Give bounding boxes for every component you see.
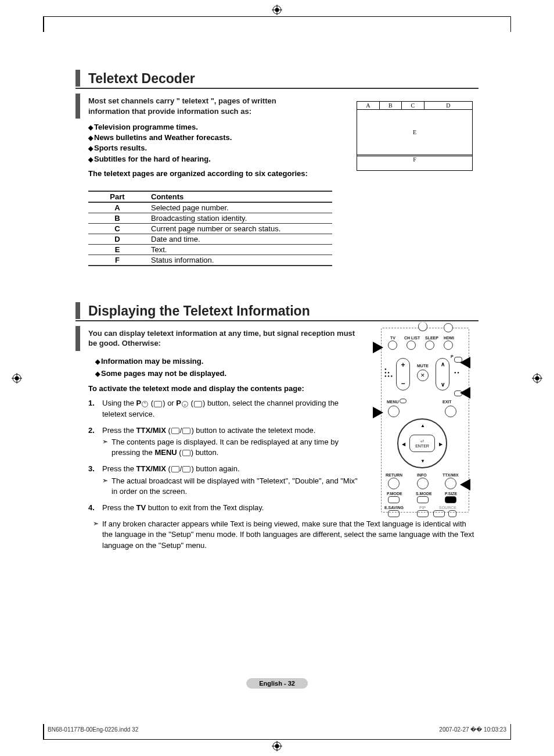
indicator-arrow-icon <box>460 357 470 368</box>
section-intro: Most set channels carry " teletext ", pa… <box>88 94 309 119</box>
remote-label-info: INFO <box>417 473 427 477</box>
registration-mark-icon <box>272 741 282 751</box>
table-row: DDate and time. <box>88 234 332 244</box>
remote-label-tv: TV <box>390 336 395 340</box>
mix-icon <box>182 466 190 472</box>
remote-button <box>448 510 456 517</box>
remote-icon <box>400 399 406 403</box>
svg-point-11 <box>535 377 539 381</box>
mix-icon <box>182 428 190 434</box>
remote-tv-button <box>388 341 397 350</box>
table-row: BBroadcasting station identity. <box>88 213 332 223</box>
remote-dpad: ▲ ▼ ◀ ▶ ⏎ENTER <box>397 418 447 468</box>
remote-return-button <box>388 478 400 489</box>
remote-label-source: SOURCE <box>439 506 456 510</box>
diagram-region-d: D <box>425 102 473 109</box>
footer-filename: BN68-01177B-00Eng-0226.indd 32 <box>48 726 138 733</box>
section-heading-teletext-decoder: Teletext Decoder <box>75 70 479 89</box>
up-icon: ⌃ <box>142 401 148 407</box>
remote-info-button <box>417 478 429 489</box>
remote-chlist-button <box>406 341 416 350</box>
ttx-icon <box>171 428 179 434</box>
remote-label-menu: MENU <box>387 400 399 404</box>
remote-mute-button: ✕ <box>417 370 429 381</box>
indicator-arrow-icon <box>373 407 383 418</box>
remote-exit-button <box>445 406 456 417</box>
remote-channel-rocker: ∧∨ <box>436 358 449 390</box>
remote-label-pmode: P.MODE <box>387 492 402 496</box>
table-row: EText. <box>88 244 332 255</box>
language-note: If any broken character appears while Te… <box>88 519 479 551</box>
remote-volume-rocker: +− <box>396 358 410 390</box>
footer-timestamp: 2007-02-27 �� 10:03:23 <box>439 726 506 733</box>
remote-pmode-button <box>388 496 400 503</box>
diagram-region-a: A <box>357 102 380 109</box>
remote-icon <box>194 401 202 407</box>
remote-ttxmix-button <box>445 478 456 489</box>
down-icon: ⌄ <box>182 401 188 407</box>
step-1: Using the P⌃ () or P⌄ () button, select … <box>88 398 365 419</box>
section-heading-displaying-teletext: Displaying the Teletext Information <box>75 302 479 321</box>
table-header-contents: Contents <box>146 191 332 202</box>
registration-mark-icon <box>12 373 22 384</box>
diagram-region-c: C <box>402 102 425 109</box>
remote-esaving-button <box>388 510 400 517</box>
step-3: Press the TTX/MIX (/) button again. The … <box>88 464 365 497</box>
menu-icon <box>182 450 190 456</box>
indicator-arrow-icon <box>373 342 383 353</box>
ttx-icon <box>171 466 179 472</box>
remote-label-hdmi: HDMI <box>444 336 454 340</box>
remote-psize-button <box>445 496 456 503</box>
diagram-region-e: E <box>357 110 472 155</box>
steps-list: Using the P⌃ () or P⌄ () button, select … <box>88 398 365 513</box>
remote-source-button <box>433 510 445 517</box>
teletext-layout-diagram: A B C D E F <box>357 101 473 171</box>
registration-mark-icon <box>272 5 282 15</box>
table-row: FStatus information. <box>88 255 332 266</box>
diagram-region-f: F <box>357 155 472 163</box>
remote-pip-button <box>417 510 429 517</box>
remote-label-esaving: E.SAVING <box>384 506 404 510</box>
indicator-arrow-icon <box>460 479 470 490</box>
remote-label-return: RETURN <box>386 473 402 477</box>
remote-label-psize: P.SIZE <box>445 492 457 496</box>
indicator-arrow-icon <box>460 387 470 399</box>
section-title: Teletext Decoder <box>88 70 195 87</box>
table-header-part: Part <box>88 191 146 202</box>
remote-label-exit: EXIT <box>443 400 452 404</box>
svg-point-7 <box>15 377 19 381</box>
remote-label-pip: PIP <box>419 506 426 510</box>
remote-menu-button <box>388 406 400 417</box>
remote-label-sleep: SLEEP <box>425 336 438 340</box>
remote-hdmi-button <box>444 341 453 350</box>
remote-label-mute: MUTE <box>417 364 429 368</box>
remote-icon <box>154 401 162 407</box>
remote-control-diagram: TV CH LIST SLEEP HDMI +− ∧∨ P ✕ MUTE ●● … <box>367 324 477 516</box>
remote-sleep-button <box>425 341 434 350</box>
table-row: CCurrent page number or search status. <box>88 223 332 234</box>
registration-mark-icon <box>532 373 542 384</box>
svg-point-15 <box>275 744 279 748</box>
teletext-parts-table: Part Contents ASelected page number. BBr… <box>88 191 332 266</box>
remote-enter-button: ⏎ENTER <box>409 435 435 452</box>
remote-label-smode: S.MODE <box>416 492 432 496</box>
remote-label-ttxmix: TTX/MIX <box>443 473 459 477</box>
remote-smode-button <box>417 496 429 503</box>
table-row: ASelected page number. <box>88 202 332 213</box>
step-2: Press the TTX/MIX (/) button to activate… <box>88 425 365 458</box>
remote-label-p: P <box>451 354 454 359</box>
step-4: Press the TV button to exit from the Tex… <box>88 503 365 513</box>
section-title: Displaying the Teletext Information <box>88 302 310 319</box>
svg-point-3 <box>275 8 279 12</box>
section-intro: You can display teletext information at … <box>88 326 361 351</box>
diagram-region-b: B <box>380 102 402 109</box>
remote-label-chlist: CH LIST <box>404 336 420 340</box>
page-number-pill: English - 32 <box>246 678 308 689</box>
